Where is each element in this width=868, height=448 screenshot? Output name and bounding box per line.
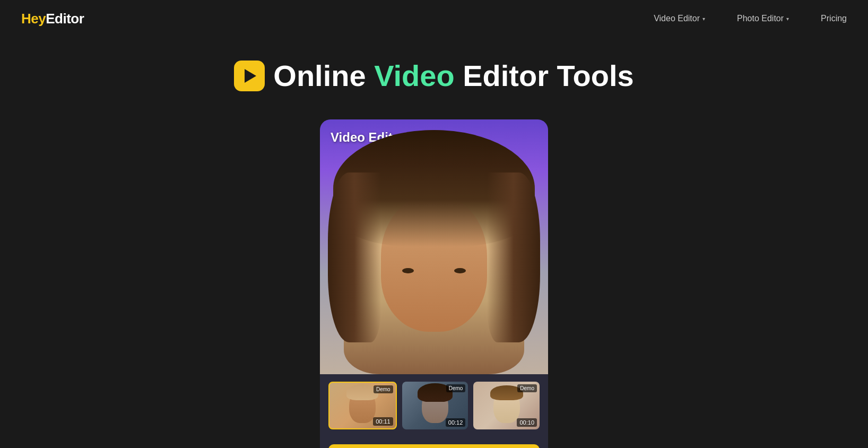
thumbnail-2[interactable]: Demo 00:12 [402,382,468,429]
chevron-down-icon: ▾ [702,16,705,22]
time-badge-3: 00:10 [517,418,537,427]
main-card: Video Editor [320,119,548,448]
try-it-out-button[interactable]: Try it out [328,444,540,448]
hero-section: Online Video Editor Tools Video Editor [0,37,868,448]
demo-badge-2: Demo [446,384,466,392]
portrait-hair-right [487,173,540,342]
demo-badge-3: Demo [517,384,537,392]
portrait-hair-left [328,173,381,342]
navbar: HeyEditor Video Editor ▾ Photo Editor ▾ … [0,0,868,37]
nav-links: Video Editor ▾ Photo Editor ▾ Pricing [654,14,847,23]
hero-title: Online Video Editor Tools [234,58,633,93]
logo-hey: Hey [21,11,46,27]
eyes-area [402,268,466,273]
play-icon [234,61,265,91]
chevron-down-icon: ▾ [786,16,789,22]
try-btn-wrap: Try it out [320,437,548,448]
time-badge-2: 00:12 [446,418,466,427]
play-triangle [245,69,256,83]
nav-video-editor[interactable]: Video Editor ▾ [654,14,705,23]
hero-title-text: Online Video Editor Tools [273,58,633,93]
thumbnail-strip: Demo 00:11 Demo 00:12 Demo [320,374,548,437]
card-video-area: Video Editor [320,119,548,374]
time-badge-1: 00:11 [373,417,393,426]
thumbnail-1[interactable]: Demo 00:11 [328,382,397,429]
demo-badge-1: Demo [374,385,393,393]
nav-photo-editor[interactable]: Photo Editor ▾ [737,14,789,23]
nav-pricing[interactable]: Pricing [821,14,847,23]
logo-editor: Editor [46,11,84,27]
thumbnail-3[interactable]: Demo 00:10 [473,382,540,429]
hero-title-video: Video [374,59,454,92]
portrait-area [344,130,524,374]
logo: HeyEditor [21,11,654,27]
